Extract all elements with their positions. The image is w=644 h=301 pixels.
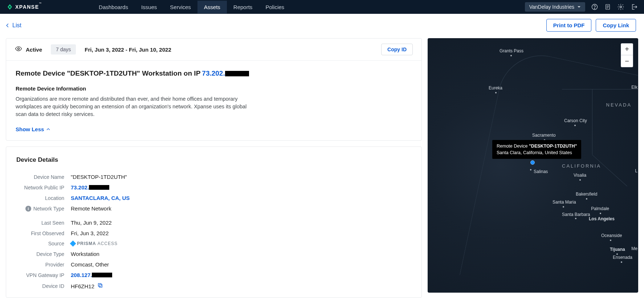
details-title: Device Details (16, 156, 411, 164)
content: Active 7 days Fri, Jun 3, 2022 - Fri, Ju… (0, 38, 644, 301)
back-to-list[interactable]: List (5, 22, 21, 29)
help-icon[interactable] (591, 3, 598, 11)
map-city-dot (495, 92, 497, 93)
tooltip-line1: Remote Device "DESKTOP-1TD2UTH" (497, 144, 577, 149)
nav-assets[interactable]: Assets (197, 1, 227, 13)
nav-dashboards[interactable]: Dashboards (92, 1, 135, 13)
map-label-l: L (635, 168, 637, 173)
tooltip-line2: Santa Clara, California, United States (497, 150, 572, 155)
map-label-ensenada: Ensenada (613, 255, 632, 260)
label-vpn-ip: VPN Gateway IP (16, 272, 71, 278)
map-label-los-angeles: Los Angeles (589, 216, 615, 221)
label-device-name: Device Name (16, 174, 71, 180)
map-label-nevada-state: NEVADA (606, 102, 632, 108)
label-public-ip: Network Public IP (16, 185, 71, 190)
info-section-title: Remote Device Information (16, 85, 412, 92)
svg-point-7 (18, 48, 20, 50)
value-public-ip[interactable]: 73.202. (71, 184, 109, 190)
redacted-ip (89, 185, 109, 190)
value-vpn-ip[interactable]: 208.127. (71, 272, 112, 278)
copy-link-button[interactable]: Copy Link (596, 19, 636, 32)
map-label-california-state: CALIFORNIA (562, 163, 601, 169)
status-active: Active (26, 47, 42, 53)
map-city-dot (621, 261, 622, 263)
map-label-santa-barbara: Santa Barbara (562, 212, 590, 217)
source-text: PRISMA ACCESS (77, 241, 118, 246)
label-source: Source (16, 241, 71, 246)
svg-rect-8 (99, 284, 102, 287)
row-location: Location SANTACLARA, CA, US (16, 195, 411, 201)
title-ip-link[interactable]: 73.202. (202, 69, 249, 77)
label-provider: Provider (16, 262, 71, 268)
nav-issues[interactable]: Issues (135, 1, 163, 13)
label-device-id: Device ID (16, 283, 71, 289)
notes-icon[interactable] (604, 3, 611, 11)
map-label-elk: Elk (631, 85, 637, 90)
label-first-observed: First Observed (16, 230, 71, 236)
map-city-dot (586, 198, 587, 200)
row-first-observed: First Observed Fri, Jun 3, 2022 (16, 230, 411, 236)
redacted-ip (225, 71, 249, 76)
nav-right: VanDelay Industries (525, 2, 637, 12)
org-name: VanDelay Industries (529, 4, 574, 10)
nav-reports[interactable]: Reports (227, 1, 259, 13)
redacted-ip (92, 273, 112, 277)
logout-icon[interactable] (630, 3, 637, 11)
device-details-card: Device Details Device Name "DESKTOP-1TD2… (6, 147, 422, 298)
zoom-in-button[interactable]: + (621, 44, 633, 55)
value-device-name: "DESKTOP-1TD2UTH" (71, 174, 127, 180)
summary-body: Remote Device "DESKTOP-1TD2UTH" Workstat… (6, 61, 421, 140)
settings-icon[interactable] (617, 3, 624, 11)
value-location[interactable]: SANTACLARA, CA, US (71, 195, 130, 201)
copy-id-button[interactable]: Copy ID (381, 44, 413, 55)
map-device-marker[interactable] (530, 160, 535, 165)
map-city-dot (610, 240, 611, 241)
label-location: Location (16, 195, 71, 201)
brand-name: XPANSE™ (15, 4, 42, 10)
map-label-sacramento: Sacramento (532, 133, 556, 138)
map-label-santa-maria: Santa Maria (553, 200, 576, 205)
copy-device-id-icon[interactable] (97, 282, 103, 288)
left-column: Active 7 days Fri, Jun 3, 2022 - Fri, Ju… (6, 38, 422, 298)
location-map[interactable]: + − Grants Pass Eureka Elk NEVADA Carson… (428, 38, 638, 293)
map-label-salinas: Salinas (534, 169, 548, 174)
svg-rect-9 (98, 284, 101, 286)
right-column: + − Grants Pass Eureka Elk NEVADA Carson… (428, 38, 638, 293)
map-label-oceanside: Oceanside (601, 233, 622, 238)
svg-point-6 (620, 6, 622, 8)
range-pill[interactable]: 7 days (51, 44, 76, 55)
caret-down-icon (577, 5, 581, 9)
eye-icon (15, 45, 22, 54)
label-last-seen: Last Seen (16, 220, 71, 226)
value-network-type: Remote Network (71, 205, 111, 212)
print-pdf-button[interactable]: Print to PDF (546, 19, 592, 32)
page-title: Remote Device "DESKTOP-1TD2UTH" Workstat… (16, 69, 412, 77)
row-device-type: Device Type Workstation (16, 251, 411, 257)
chevron-up-icon (46, 127, 50, 132)
org-dropdown[interactable]: VanDelay Industries (525, 2, 585, 12)
map-label-carson-city: Carson City (564, 118, 587, 123)
summary-card: Active 7 days Fri, Jun 3, 2022 - Fri, Ju… (6, 38, 422, 141)
show-less-toggle[interactable]: Show Less (16, 126, 412, 132)
page-actions: Print to PDF Copy Link (546, 19, 636, 32)
map-border-line (592, 89, 592, 154)
value-last-seen: Thu, Jun 9, 2022 (71, 220, 112, 226)
back-label: List (12, 22, 21, 29)
map-zoom-controls: + − (621, 43, 633, 67)
value-source: PRISMA ACCESS (71, 241, 118, 246)
map-city-dot (574, 125, 576, 126)
nav-services[interactable]: Services (163, 1, 197, 13)
row-vpn-ip: VPN Gateway IP 208.127. (16, 272, 411, 278)
nav-links: Dashboards Issues Services Assets Report… (92, 1, 291, 13)
value-device-type: Workstation (71, 251, 99, 257)
show-less-label: Show Less (16, 126, 44, 132)
map-label-grants-pass: Grants Pass (500, 48, 523, 53)
zoom-out-button[interactable]: − (621, 55, 633, 67)
info-icon[interactable]: i (25, 206, 31, 212)
nav-policies[interactable]: Policies (259, 1, 291, 13)
value-provider: Comcast, Other (71, 261, 109, 268)
map-label-tijuana: Tijuana (610, 247, 625, 252)
title-text: Remote Device "DESKTOP-1TD2UTH" Workstat… (16, 69, 200, 77)
svg-point-1 (594, 8, 595, 9)
map-city-dot (563, 206, 564, 208)
